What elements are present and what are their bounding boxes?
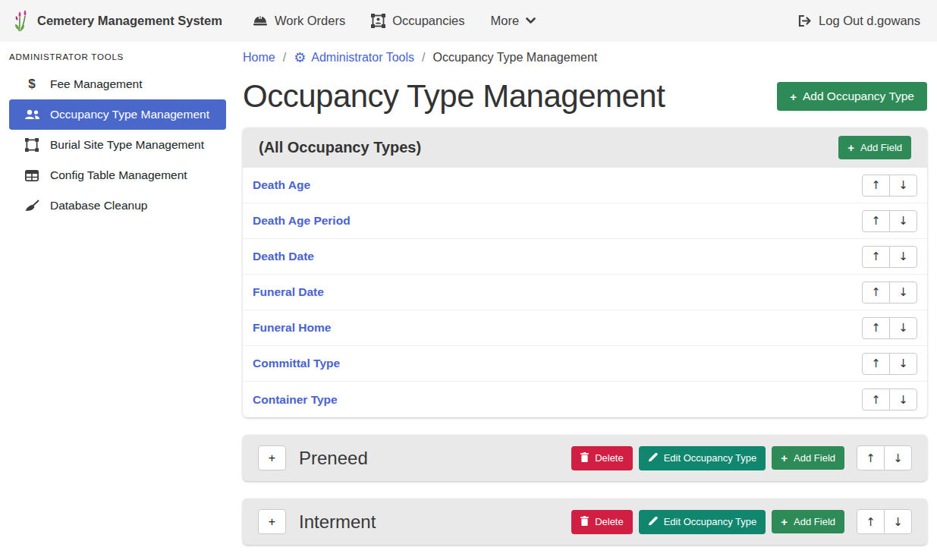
field-row: Committal Type ↑ ↓: [243, 346, 927, 382]
field-row: Death Age Period ↑ ↓: [243, 203, 927, 239]
nav-occupancies-label: Occupancies: [392, 14, 464, 28]
nav-more-dropdown[interactable]: More: [480, 8, 547, 34]
delete-label: Delete: [595, 516, 624, 527]
move-down-button[interactable]: ↓: [889, 317, 917, 339]
reorder-buttons: ↑ ↓: [862, 317, 917, 339]
sidebar-item-label: Occupancy Type Management: [50, 108, 209, 121]
field-link[interactable]: Death Age: [253, 178, 310, 192]
sidebar-item-occupancy-type-management[interactable]: Occupancy Type Management: [9, 99, 226, 130]
add-occupancy-type-button[interactable]: + Add Occupancy Type: [777, 82, 927, 111]
hard-hat-icon: [253, 14, 268, 27]
plus-icon: +: [781, 452, 788, 464]
sign-out-icon: [797, 14, 812, 27]
add-field-button[interactable]: + Add Field: [772, 446, 844, 470]
move-down-button[interactable]: ↓: [889, 353, 917, 375]
delete-button[interactable]: Delete: [571, 446, 633, 470]
field-list: Death Age ↑ ↓ Death Age Period ↑ ↓ Dea: [243, 168, 927, 417]
down-arrow-icon: ↓: [898, 357, 908, 370]
down-arrow-icon: ↓: [898, 321, 908, 335]
sidebar-item-label: Burial Site Type Management: [50, 138, 204, 152]
field-link[interactable]: Funeral Home: [253, 321, 331, 335]
edit-occupancy-type-label: Edit Occupancy Type: [664, 452, 757, 464]
field-link[interactable]: Committal Type: [253, 357, 340, 370]
reorder-buttons: ↑ ↓: [862, 282, 917, 304]
expand-section-button[interactable]: +: [258, 509, 286, 534]
move-up-button[interactable]: ↑: [857, 509, 885, 534]
page-title: Occupancy Type Management: [243, 78, 665, 115]
app-brand[interactable]: Cemetery Management System: [12, 9, 222, 33]
move-down-button[interactable]: ↓: [884, 445, 912, 470]
dollar-icon: $: [23, 77, 41, 92]
expand-icon: +: [269, 451, 275, 465]
nav-work-orders[interactable]: Work Orders: [242, 8, 356, 34]
sidebar-item-database-cleanup[interactable]: Database Cleanup: [9, 190, 226, 221]
top-navbar: Cemetery Management System Work Orders: [0, 0, 937, 42]
up-arrow-icon: ↑: [871, 321, 881, 335]
field-row: Funeral Home ↑ ↓: [243, 310, 927, 346]
reorder-buttons: ↑ ↓: [857, 445, 912, 470]
sidebar-item-burial-site-type-management[interactable]: Burial Site Type Management: [9, 130, 226, 160]
navbar-menu: Work Orders Occupancies More: [242, 8, 546, 34]
move-down-button[interactable]: ↓: [889, 389, 917, 411]
table-icon: [23, 170, 41, 181]
delete-button[interactable]: Delete: [571, 510, 633, 534]
breadcrumb-current: Occupancy Type Management: [433, 51, 598, 64]
all-occupancy-types-card: (All Occupancy Types) + Add Field Death …: [243, 127, 927, 417]
add-field-button[interactable]: + Add Field: [772, 510, 844, 533]
occupancy-type-section: + Preneed Delete: [243, 435, 927, 481]
edit-occupancy-type-button[interactable]: Edit Occupancy Type: [639, 510, 766, 534]
breadcrumb-separator: /: [422, 51, 425, 64]
move-down-button[interactable]: ↓: [889, 246, 917, 268]
nav-occupancies[interactable]: Occupancies: [360, 8, 475, 34]
up-arrow-icon: ↑: [871, 178, 881, 192]
sidebar-item-config-table-management[interactable]: Config Table Management: [9, 160, 226, 190]
move-down-button[interactable]: ↓: [884, 509, 912, 534]
breadcrumb: Home / ⚙ Administrator Tools / Occupancy…: [243, 42, 927, 64]
field-link[interactable]: Container Type: [253, 393, 338, 407]
admin-sidebar: ADMINISTRATOR TOOLS $ Fee Management Occ…: [0, 42, 235, 560]
move-up-button[interactable]: ↑: [862, 353, 890, 375]
all-occupancy-types-title: (All Occupancy Types): [259, 139, 421, 156]
sidebar-item-fee-management[interactable]: $ Fee Management: [9, 69, 226, 99]
field-link[interactable]: Death Date: [253, 250, 314, 263]
move-down-button[interactable]: ↓: [889, 175, 917, 197]
move-up-button[interactable]: ↑: [862, 317, 890, 339]
reorder-buttons: ↑ ↓: [862, 175, 917, 197]
move-up-button[interactable]: ↑: [862, 282, 890, 304]
move-up-button[interactable]: ↑: [862, 389, 890, 411]
tulip-logo-icon: [12, 9, 30, 33]
field-row: Death Age ↑ ↓: [243, 168, 927, 203]
field-link[interactable]: Death Age Period: [253, 214, 351, 228]
down-arrow-icon: ↓: [898, 178, 908, 192]
breadcrumb-admin-tools-link[interactable]: ⚙ Administrator Tools: [294, 51, 414, 64]
down-arrow-icon: ↓: [893, 515, 903, 529]
move-up-button[interactable]: ↑: [857, 445, 885, 470]
expand-section-button[interactable]: +: [258, 445, 286, 470]
page-header: Occupancy Type Management + Add Occupanc…: [243, 78, 927, 115]
delete-label: Delete: [595, 452, 624, 464]
logout-button[interactable]: Log Out d.gowans: [793, 8, 925, 34]
breadcrumb-separator: /: [283, 51, 286, 64]
add-field-button[interactable]: + Add Field: [838, 136, 911, 159]
users-icon: [23, 109, 41, 121]
sidebar-heading: ADMINISTRATOR TOOLS: [0, 42, 235, 69]
edit-occupancy-type-button[interactable]: Edit Occupancy Type: [639, 446, 766, 470]
nav-work-orders-label: Work Orders: [275, 14, 345, 28]
occupancy-type-section: + Interment Delete: [243, 499, 927, 545]
move-up-button[interactable]: ↑: [862, 246, 890, 268]
sidebar-item-label: Fee Management: [50, 77, 143, 91]
occupancy-type-sections: + Preneed Delete: [243, 435, 927, 545]
move-down-button[interactable]: ↓: [889, 282, 917, 304]
pencil-icon: [648, 452, 658, 464]
field-row: Death Date ↑ ↓: [243, 239, 927, 275]
field-link[interactable]: Funeral Date: [253, 285, 324, 299]
down-arrow-icon: ↓: [898, 214, 908, 228]
add-field-label: Add Field: [860, 142, 902, 153]
section-actions: Delete Edit Occupancy Type + Add Field: [571, 445, 912, 470]
trash-icon: [580, 452, 589, 464]
move-down-button[interactable]: ↓: [889, 210, 917, 232]
down-arrow-icon: ↓: [898, 250, 908, 263]
move-up-button[interactable]: ↑: [862, 210, 890, 232]
breadcrumb-home-link[interactable]: Home: [243, 51, 275, 64]
move-up-button[interactable]: ↑: [862, 175, 890, 197]
